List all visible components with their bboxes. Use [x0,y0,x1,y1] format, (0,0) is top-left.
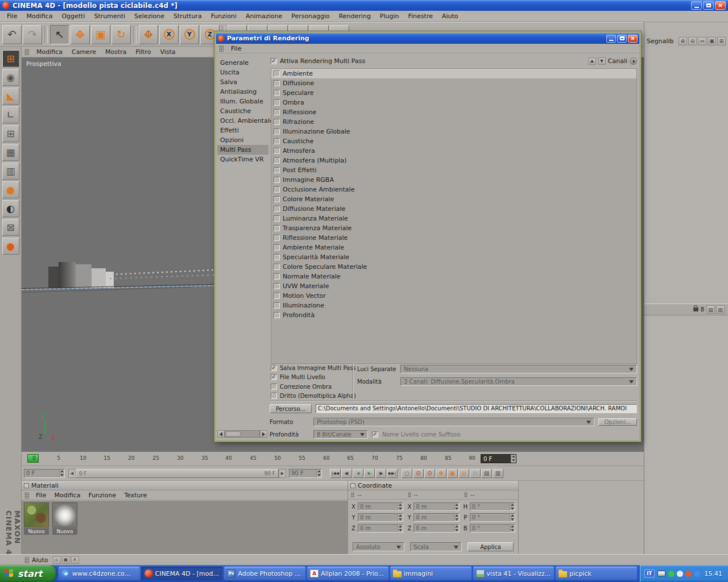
spin-down-icon[interactable] [454,518,459,522]
checker-sphere-icon[interactable]: ◐ [2,200,19,217]
channel-motion-vector[interactable]: Motion Vector [271,291,636,301]
checkbox[interactable] [271,374,277,380]
dialog-titlebar[interactable]: Parametri di Rendering × [216,33,639,44]
frame-range-slider[interactable]: 0 F 90 F [76,469,279,478]
spin-down-icon[interactable] [510,529,515,533]
percorso-button[interactable]: Percorso... [270,404,312,413]
suffix-checkbox[interactable] [372,431,378,438]
move-tool[interactable]: ↔↕ [71,25,90,44]
spin-down-icon[interactable] [317,473,321,477]
spin-down-icon[interactable] [60,473,64,477]
spin-up-icon[interactable] [317,469,321,473]
measure-ruler-icon[interactable]: ∟ [2,106,19,123]
white-status-tray-icon[interactable] [677,571,683,577]
nav-quicktime-vr[interactable]: QuickTime VR [217,155,268,164]
task-allplan-2008-prio[interactable]: AAllplan 2008 - Prio... [307,567,388,580]
play-forward-button[interactable]: ▶ [364,469,375,478]
nav-caustiche[interactable]: Caustiche [217,106,268,116]
channel-speculare[interactable]: Speculare [271,88,636,98]
channel-trasparenza-materiale[interactable]: Trasparenza Materiale [271,223,636,233]
mode-dropdown[interactable]: 3 Canali: Diffusione,Specularità,Ombra [400,377,637,386]
drag-handle-icon[interactable] [24,557,29,563]
menu-animazione[interactable]: Animazione [241,11,287,21]
goto-end-button[interactable]: ▶▶| [387,469,398,478]
end-frame-field[interactable]: 90 F [289,469,322,478]
dialog-maximize-button[interactable] [617,35,627,43]
channel-illuminazione-globale[interactable]: Illuminazione Globale [271,127,636,136]
layout-palette-icon[interactable]: ⊞ [2,50,19,67]
key-position-toggle[interactable]: ↔↕ [436,469,446,478]
channel-atmosfera[interactable]: Atmosfera [271,146,636,156]
channel-checkbox[interactable] [274,206,280,212]
menu-mostra[interactable]: Mostra [101,47,131,57]
key-scale-toggle[interactable]: ▣ [447,469,458,478]
task-picpick[interactable]: picpick [556,567,637,580]
volume-tray-icon[interactable] [694,571,700,577]
close-button[interactable]: × [715,1,726,10]
spinner[interactable] [510,503,515,510]
key-parameter-toggle[interactable]: ∷ [470,469,481,478]
spin-down-icon[interactable] [510,507,515,511]
channel-occlusione-ambientale[interactable]: Occlusione Ambientale [271,185,636,194]
nav-salva[interactable]: Salva [217,77,268,87]
channel-checkbox[interactable] [274,312,280,318]
material-thumbnail[interactable] [52,502,77,527]
language-indicator[interactable]: IT [644,569,655,577]
key-pla-toggle[interactable]: ▤ [481,469,492,478]
green-status-tray-icon[interactable] [668,571,675,577]
menu-selezione[interactable]: Selezione [130,11,169,21]
channel-checkbox[interactable] [274,244,280,251]
channel-uvw-materiale[interactable]: UVW Materiale [271,281,636,291]
menu-file[interactable]: File [2,11,22,21]
depth-dropdown[interactable]: 8 Bit/Canale [313,430,368,439]
scroll-left-icon[interactable] [217,430,225,438]
drag-handle-icon[interactable] [24,49,29,55]
coordinate-field[interactable]: 0 m [413,513,459,522]
scrollbar-track[interactable] [225,430,260,438]
nav-uscita[interactable]: Uscita [217,68,268,77]
redo-icon[interactable]: ↷ [23,25,42,44]
range-scroll-right-button[interactable]: ▶ [279,469,286,478]
spinner[interactable] [510,514,515,521]
move-channel-up-button[interactable] [589,57,596,65]
channel-checkbox[interactable] [274,119,280,125]
coordinates-header[interactable]: Coordinate [348,481,518,490]
menu-finestre[interactable]: Finestre [404,11,437,21]
menu-camere[interactable]: Camere [67,47,101,57]
autokey-button[interactable]: ⊙ [424,469,435,478]
record-ring-button[interactable]: ○ [402,469,412,478]
channel-checkbox[interactable] [274,225,280,231]
nav-antialiasing[interactable]: Antialiasing [217,87,268,97]
menu-oggetti[interactable]: Oggetti [57,11,89,21]
channel-checkbox[interactable] [274,283,280,289]
goto-start-button[interactable]: |◀◀ [330,469,341,478]
spin-up-icon[interactable] [511,455,516,459]
rotate-tool[interactable]: ↻ [111,25,131,44]
key-rotation-toggle[interactable]: ◎ [458,469,469,478]
coordinate-field[interactable]: 0 m [358,513,403,522]
channel-ambiente-materiale[interactable]: Ambiente Materiale [271,243,636,252]
current-frame-field[interactable]: 0 F [481,454,516,463]
channel-checkbox[interactable] [274,128,280,135]
minimize-button[interactable] [691,1,702,10]
spin-down-icon[interactable] [398,529,403,533]
record-keyframe-button[interactable]: ⊙ [413,469,424,478]
y-axis-lock[interactable]: Y [180,25,199,44]
checkbox[interactable] [271,384,277,390]
timeline-ruler[interactable]: 051015202530354045505560657075808590 0 F [22,452,644,466]
coordinate-field[interactable]: 0 m [358,502,403,511]
spin-down-icon[interactable] [510,518,515,522]
zoom-in-icon[interactable]: ⊕ [679,37,687,45]
channel-ambiente[interactable]: Ambiente [271,69,636,78]
quad-view-icon[interactable]: ⊞ [717,37,726,45]
channel-ombra[interactable]: Ombra [271,98,636,107]
channel-normale-materiale[interactable]: Normale Materiale [271,272,636,281]
restore-button[interactable] [703,1,714,10]
channel-diffusione-materiale[interactable]: Diffusione Materiale [271,204,636,214]
spinner[interactable] [398,503,403,510]
materials-header[interactable]: Materiali [22,481,348,490]
channel-diffusione[interactable]: Diffusione [271,78,636,88]
spinner[interactable] [454,514,459,521]
enable-multipass-checkbox[interactable] [271,58,277,64]
opzioni-button[interactable]: Opzioni... [598,418,637,426]
